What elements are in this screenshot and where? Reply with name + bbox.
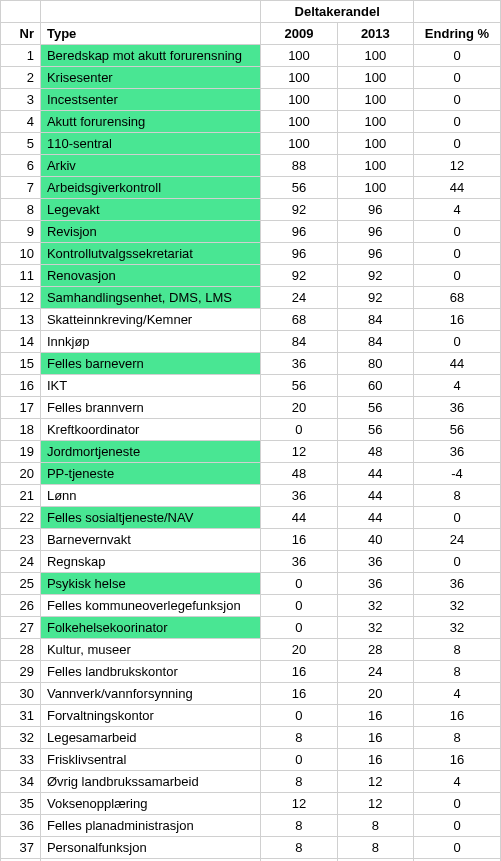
table-row: 36Felles planadministrasjon880 [1, 815, 501, 837]
cell-type: Jordmortjeneste [40, 441, 260, 463]
cell-change: 0 [414, 507, 501, 529]
cell-y2: 32 [337, 595, 413, 617]
header-nr: Nr [1, 23, 41, 45]
table-row: 25Psykisk helse03636 [1, 573, 501, 595]
cell-y2: 56 [337, 397, 413, 419]
cell-y2: 8 [337, 837, 413, 859]
cell-type: PP-tjeneste [40, 463, 260, 485]
cell-nr: 1 [1, 45, 41, 67]
cell-type: Legevakt [40, 199, 260, 221]
table-row: 35Voksenopplæring12120 [1, 793, 501, 815]
cell-y2: 100 [337, 155, 413, 177]
cell-type: Kontrollutvalgssekretariat [40, 243, 260, 265]
cell-y2: 16 [337, 705, 413, 727]
cell-change: 36 [414, 397, 501, 419]
cell-y1: 16 [261, 529, 337, 551]
cell-y1: 96 [261, 221, 337, 243]
table-row: 10Kontrollutvalgssekretariat96960 [1, 243, 501, 265]
cell-change: 0 [414, 837, 501, 859]
cell-change: 8 [414, 661, 501, 683]
cell-y2: 96 [337, 221, 413, 243]
cell-type: Legesamarbeid [40, 727, 260, 749]
cell-type: Øvrig landbrukssamarbeid [40, 771, 260, 793]
cell-y1: 56 [261, 177, 337, 199]
header-type: Type [40, 23, 260, 45]
table-row: 31Forvaltningskontor01616 [1, 705, 501, 727]
cell-y2: 100 [337, 45, 413, 67]
cell-y2: 44 [337, 507, 413, 529]
cell-y1: 8 [261, 837, 337, 859]
table-row: 4Akutt forurensing1001000 [1, 111, 501, 133]
cell-nr: 19 [1, 441, 41, 463]
cell-y2: 92 [337, 265, 413, 287]
cell-change: 0 [414, 133, 501, 155]
cell-change: 4 [414, 375, 501, 397]
cell-y1: 100 [261, 89, 337, 111]
cell-nr: 35 [1, 793, 41, 815]
table-row: 16IKT56604 [1, 375, 501, 397]
cell-y1: 0 [261, 705, 337, 727]
group-header: Deltakerandel [261, 1, 414, 23]
cell-nr: 31 [1, 705, 41, 727]
cell-y1: 92 [261, 199, 337, 221]
cell-y1: 100 [261, 45, 337, 67]
cell-y2: 48 [337, 441, 413, 463]
cell-y1: 8 [261, 815, 337, 837]
cell-nr: 15 [1, 353, 41, 375]
cell-change: 4 [414, 771, 501, 793]
cell-y2: 84 [337, 309, 413, 331]
cell-nr: 17 [1, 397, 41, 419]
cell-y1: 68 [261, 309, 337, 331]
cell-type: Akutt forurensing [40, 111, 260, 133]
cell-change: 16 [414, 749, 501, 771]
cell-change: 8 [414, 727, 501, 749]
cell-y1: 100 [261, 133, 337, 155]
table-body: 1Beredskap mot akutt forurensning1001000… [1, 45, 501, 862]
cell-y1: 16 [261, 683, 337, 705]
cell-y2: 100 [337, 111, 413, 133]
cell-change: 16 [414, 309, 501, 331]
cell-y2: 84 [337, 331, 413, 353]
cell-y2: 44 [337, 463, 413, 485]
cell-y1: 56 [261, 375, 337, 397]
cell-change: 24 [414, 529, 501, 551]
cell-y1: 20 [261, 639, 337, 661]
cell-y2: 24 [337, 661, 413, 683]
cell-nr: 21 [1, 485, 41, 507]
cell-change: 56 [414, 419, 501, 441]
cell-type: Samhandlingsenhet, DMS, LMS [40, 287, 260, 309]
table-row: 33Frisklivsentral01616 [1, 749, 501, 771]
cell-type: Felles brannvern [40, 397, 260, 419]
table-row: 12Samhandlingsenhet, DMS, LMS249268 [1, 287, 501, 309]
cell-type: Beredskap mot akutt forurensning [40, 45, 260, 67]
cell-y2: 96 [337, 243, 413, 265]
header-y2: 2013 [337, 23, 413, 45]
cell-y1: 84 [261, 331, 337, 353]
data-table: Deltakerandel Nr Type 2009 2013 Endring … [0, 0, 501, 861]
cell-nr: 12 [1, 287, 41, 309]
cell-y1: 24 [261, 287, 337, 309]
cell-nr: 30 [1, 683, 41, 705]
table-row: 32Legesamarbeid8168 [1, 727, 501, 749]
blank-cell [414, 1, 501, 23]
cell-y1: 0 [261, 617, 337, 639]
cell-type: IKT [40, 375, 260, 397]
cell-y2: 36 [337, 573, 413, 595]
cell-change: -4 [414, 463, 501, 485]
cell-type: Felles barnevern [40, 353, 260, 375]
cell-type: Felles planadministrasjon [40, 815, 260, 837]
table-row: 7Arbeidsgiverkontroll5610044 [1, 177, 501, 199]
table-row: 13Skatteinnkreving/Kemner688416 [1, 309, 501, 331]
table-row: 2Krisesenter1001000 [1, 67, 501, 89]
cell-change: 0 [414, 67, 501, 89]
cell-change: 4 [414, 683, 501, 705]
cell-nr: 18 [1, 419, 41, 441]
header-change: Endring % [414, 23, 501, 45]
cell-change: 36 [414, 441, 501, 463]
cell-y2: 60 [337, 375, 413, 397]
cell-nr: 5 [1, 133, 41, 155]
cell-type: Kreftkoordinator [40, 419, 260, 441]
table-row: 5110-sentral1001000 [1, 133, 501, 155]
cell-type: Felles landbrukskontor [40, 661, 260, 683]
cell-y1: 8 [261, 771, 337, 793]
